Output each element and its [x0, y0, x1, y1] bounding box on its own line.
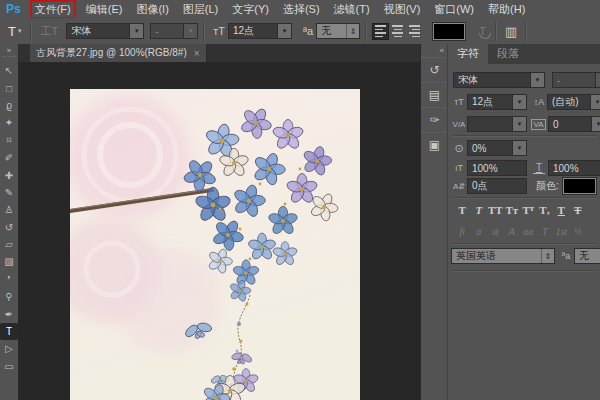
document-image[interactable] — [70, 89, 360, 400]
collapse-toolbar-icon[interactable]: » — [7, 44, 11, 56]
menu-layer[interactable]: 图层(L) — [179, 1, 222, 18]
stepper-icon[interactable]: ⇕ — [541, 249, 554, 263]
chevron-down-icon[interactable]: ▾ — [591, 117, 600, 131]
swatches-panel-icon[interactable]: ▤ — [421, 82, 448, 107]
brush-tool[interactable]: ✎ — [0, 184, 18, 201]
menu-select[interactable]: 选择(S) — [279, 1, 324, 18]
tab-paragraph[interactable]: 段落 — [488, 44, 528, 64]
menu-file[interactable]: 文件(F) — [30, 0, 76, 19]
chevron-down-icon[interactable]: ▾ — [129, 24, 143, 38]
rectangular-marquee-tool[interactable]: □ — [0, 79, 18, 96]
shape-tool[interactable]: ▭ — [0, 358, 18, 375]
healing-brush-tool[interactable]: ✚ — [0, 166, 18, 183]
chevron-down-icon[interactable]: ▾ — [277, 24, 291, 38]
baseline-color-row: A⇵ 0点 颜色: — [451, 178, 596, 194]
menu-type[interactable]: 文字(Y) — [228, 1, 273, 18]
faux-italic-button[interactable]: T — [471, 202, 488, 218]
clone-source-panel-icon[interactable]: ▣ — [421, 132, 448, 157]
font-style-value: - — [151, 26, 183, 37]
vertical-scale-input[interactable]: 100% — [467, 160, 527, 176]
toggle-panels-icon[interactable]: ▥ — [502, 24, 520, 39]
language-row: 英国英语 ⇕ ªa 无 ⇕ — [451, 248, 600, 264]
font-size-icon: тT — [451, 97, 467, 107]
kerning-select[interactable]: ▾ — [467, 116, 527, 132]
character-color-swatch[interactable] — [563, 178, 596, 194]
brush-panel-icon[interactable]: ✑ — [421, 107, 448, 132]
font-family-select[interactable]: 宋体 ▾ — [66, 23, 144, 39]
history-brush-tool-icon: ↺ — [5, 222, 13, 233]
subscript-button[interactable]: T‚ — [537, 202, 554, 218]
superscript-button[interactable]: Tᵀ — [520, 202, 537, 218]
warp-text-icon[interactable]: T — [475, 25, 490, 37]
menu-help[interactable]: 帮助(H) — [484, 1, 529, 18]
all-caps-button[interactable]: TT — [487, 202, 504, 218]
horizontal-scale-input[interactable]: 100% — [548, 160, 600, 176]
anti-alias-select[interactable]: 无 ⇕ — [316, 23, 360, 39]
font-size-select[interactable]: 12点 ▾ — [228, 23, 292, 39]
chevron-down-icon[interactable]: ▾ — [512, 141, 526, 155]
panel-font-style-select[interactable]: - ▾ — [552, 72, 600, 88]
menu-edit[interactable]: 编辑(E) — [82, 1, 127, 18]
history-brush-tool[interactable]: ↺ — [0, 219, 18, 236]
panel-font-size-select[interactable]: 12点 ▾ — [467, 94, 527, 110]
crop-tool[interactable]: ⌗ — [0, 132, 18, 149]
titling-alternates-button[interactable]: T — [537, 224, 554, 238]
align-right-button[interactable] — [406, 23, 423, 40]
ligatures-button[interactable]: fi — [454, 224, 471, 238]
menu-image[interactable]: 图像(I) — [132, 1, 172, 18]
stylistic-alternates-button[interactable]: aa — [520, 224, 537, 238]
blur-tool[interactable]: ❜ — [0, 271, 18, 288]
type-tool[interactable]: T — [0, 323, 18, 340]
grip-handle[interactable] — [3, 56, 15, 59]
tracking-select[interactable]: 0 ▾ — [548, 116, 600, 132]
ordinals-button[interactable]: 1st — [553, 224, 570, 238]
dodge-tool[interactable]: ⚲ — [0, 288, 18, 305]
history-panel-icon[interactable]: ↺ — [421, 57, 448, 82]
stepper-icon[interactable]: ⇕ — [346, 24, 359, 38]
clone-stamp-tool[interactable]: ♙ — [0, 201, 18, 218]
menu-window[interactable]: 窗口(W) — [430, 1, 478, 18]
separator — [525, 21, 527, 41]
quick-selection-tool[interactable]: ✦ — [0, 114, 18, 131]
menu-view[interactable]: 视图(V) — [380, 1, 425, 18]
baseline-shift-input[interactable]: 0点 — [467, 178, 527, 194]
menu-filter[interactable]: 滤镜(T) — [330, 1, 374, 18]
pen-tool[interactable]: ✒ — [0, 305, 18, 322]
path-selection-tool-icon: ▷ — [5, 343, 13, 354]
document-tab[interactable]: 古风背景27.jpg @ 100%(RGB/8#) × — [30, 44, 207, 62]
faux-bold-button[interactable]: T — [454, 202, 471, 218]
gradient-tool[interactable]: ▨ — [0, 253, 18, 270]
strikethrough-button[interactable]: T — [570, 202, 587, 218]
chevron-down-icon[interactable]: ▾ — [530, 73, 544, 87]
discretionary-ligatures-button[interactable]: st — [487, 224, 504, 238]
lasso-tool[interactable]: ϱ — [0, 97, 18, 114]
chevron-down-icon[interactable]: ▾ — [590, 95, 600, 109]
text-orientation-icon[interactable]: 工T — [37, 24, 61, 39]
panel-anti-alias-select[interactable]: 无 ⇕ — [574, 248, 600, 264]
chevron-down-icon[interactable]: ▾ — [512, 95, 526, 109]
path-selection-tool[interactable]: ▷ — [0, 340, 18, 357]
panel-font-family-select[interactable]: 宋体 ▾ — [453, 72, 545, 88]
fractions-button[interactable]: ½ — [570, 224, 587, 238]
leading-select[interactable]: (自动) ▾ — [547, 94, 600, 110]
contextual-alternates-button[interactable]: σ — [471, 224, 488, 238]
canvas-area[interactable] — [18, 62, 420, 400]
eyedropper-tool[interactable]: ✐ — [0, 149, 18, 166]
swash-button[interactable]: A — [504, 224, 521, 238]
tab-character[interactable]: 字符 — [448, 44, 488, 64]
eraser-tool[interactable]: ▱ — [0, 236, 18, 253]
underline-button[interactable]: T — [553, 202, 570, 218]
language-select[interactable]: 英国英语 ⇕ — [451, 248, 555, 264]
color-label: 颜色: — [536, 179, 559, 193]
font-style-select[interactable]: - ▾ — [150, 23, 198, 39]
align-center-button[interactable] — [389, 23, 406, 40]
small-caps-button[interactable]: Tᴛ — [504, 202, 521, 218]
align-left-button[interactable] — [372, 23, 389, 40]
brush-tool-icon: ✎ — [5, 187, 13, 198]
chevron-down-icon[interactable]: ▾ — [512, 117, 526, 131]
text-color-swatch[interactable] — [433, 23, 465, 40]
move-tool[interactable]: ↖ — [0, 62, 18, 79]
tool-preset-picker[interactable]: T ▾ — [0, 24, 25, 39]
close-icon[interactable]: × — [194, 48, 200, 59]
proportional-spacing-select[interactable]: 0% ▾ — [467, 140, 527, 156]
